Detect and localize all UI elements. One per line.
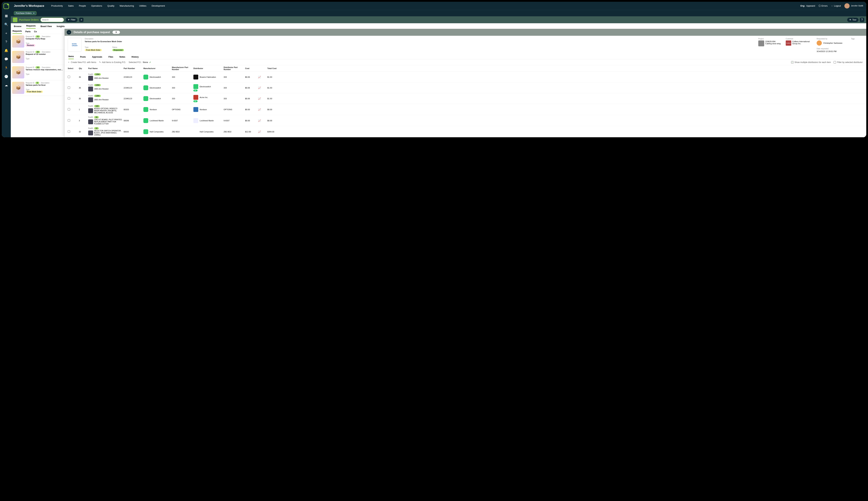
add-button[interactable]: ＋ xyxy=(79,18,84,22)
cell-total: $1.93 xyxy=(267,97,283,99)
detail-panel: → Details of purchase request 9 WORKORDE… xyxy=(65,29,866,137)
request-card[interactable]: 📦 Request ID 16 Description Various rest… xyxy=(11,65,64,81)
dist-logo-icon xyxy=(193,95,198,100)
add-icon[interactable]: ＋ xyxy=(4,31,8,35)
cell-cost: $0.00 xyxy=(245,108,257,110)
sidetab-co[interactable]: Co xyxy=(34,30,37,34)
tags-label: Tags xyxy=(851,38,863,40)
chart-icon[interactable]: 📈 xyxy=(258,97,267,100)
close-icon[interactable]: ✕ xyxy=(33,12,34,14)
cell-total: $1.93 xyxy=(267,76,283,78)
mfr-logo-icon xyxy=(144,129,148,134)
cell-mfr: Electroswitch xyxy=(150,76,161,78)
nav-link[interactable]: Development xyxy=(151,4,165,7)
errors-button[interactable]: ⓘ Errors xyxy=(818,4,827,8)
type-badge: From Work Order xyxy=(85,49,102,51)
detail-header: → Details of purchase request 9 xyxy=(65,29,866,36)
tour-button[interactable]: 👁Tour xyxy=(847,18,858,22)
module-header: 🛒 Purchase Orders 🔍 ▼Filter ＋ 👁Tour ? xyxy=(11,16,866,23)
request-type-badge: Restock xyxy=(26,44,35,46)
chart-icon[interactable]: 📈 xyxy=(258,76,267,78)
tab-insights[interactable]: Insights xyxy=(57,25,65,29)
edit-icon: ✎ xyxy=(99,61,101,64)
org-name[interactable]: Appward xyxy=(806,4,815,7)
row-checkbox[interactable] xyxy=(68,86,70,89)
app-rail: ▦ 🔍 ＋ ? 🔔 💬 🏃 🕘 ☁ xyxy=(2,2,11,137)
dtab-items[interactable]: Items xyxy=(68,55,74,59)
window-tab[interactable]: Purchase Orders ✕ xyxy=(14,11,36,15)
help-button[interactable]: ? xyxy=(860,18,864,22)
search-input[interactable]: 🔍 xyxy=(41,18,64,22)
chat-icon[interactable]: 💬 xyxy=(4,57,8,61)
nav-link[interactable]: People xyxy=(79,4,86,7)
nav-link[interactable]: Utilities xyxy=(139,4,146,7)
chart-icon[interactable]: 📈 xyxy=(258,119,267,122)
activity-icon[interactable]: 🏃 xyxy=(4,66,8,70)
chart-icon[interactable]: 📈 xyxy=(258,108,267,111)
cell-mfr: Nordson xyxy=(150,108,157,110)
nav-link[interactable]: Sales xyxy=(68,4,74,7)
add-items-button[interactable]: ✎Add Items to Existing P.O. xyxy=(99,61,126,64)
dtab-files[interactable]: Files xyxy=(108,56,113,59)
row-checkbox[interactable] xyxy=(68,76,70,78)
dtab-history[interactable]: History xyxy=(131,56,139,59)
cell-dpn: OPTIONS xyxy=(224,108,244,110)
search-icon[interactable]: 🔍 xyxy=(4,23,8,26)
cell-dist: Lockheed Martin xyxy=(200,119,214,122)
dtab-posts[interactable]: Posts xyxy=(80,56,86,59)
row-checkbox[interactable] xyxy=(68,108,70,110)
avatar[interactable] xyxy=(844,3,850,9)
external-link-icon[interactable]: ⇗ xyxy=(149,61,151,64)
bell-icon[interactable]: 🔔 xyxy=(4,49,8,52)
apps-icon[interactable]: ▦ xyxy=(4,14,8,18)
logout-button[interactable]: ← Logout xyxy=(831,4,841,7)
request-card[interactable]: 📦 Request ID 21 Description Computer Par… xyxy=(11,34,64,50)
request-card[interactable]: 📦 Request ID 9 Description Various parts… xyxy=(11,81,64,96)
row-checkbox[interactable] xyxy=(68,119,70,122)
table-header: Select Qty Part Name Part Number Manufac… xyxy=(65,65,866,72)
date-requested: 3/14/2023 12:28:01 PM xyxy=(817,50,848,52)
cell-part-name: 1800 ohm Resistor xyxy=(94,77,109,79)
request-card[interactable]: 📦 Request ID 20 Description Request of 1… xyxy=(11,50,64,65)
cell-mpn: 333 xyxy=(172,87,193,89)
row-checkbox[interactable] xyxy=(68,97,70,99)
app-logo[interactable] xyxy=(3,3,9,9)
row-checkbox[interactable] xyxy=(68,130,70,133)
tab-requests[interactable]: Requests xyxy=(26,25,35,29)
collapse-icon[interactable]: → xyxy=(67,30,71,34)
sidetab-parts[interactable]: Parts xyxy=(25,30,31,34)
dtab-notes[interactable]: Notes xyxy=(119,56,125,59)
alt-badge: Alt. xyxy=(193,100,198,102)
filter-button[interactable]: ▼Filter xyxy=(66,18,77,22)
status-badge: Requested xyxy=(112,49,124,51)
nav-link[interactable]: Operations xyxy=(91,4,102,7)
project-name: Cabling west wing xyxy=(765,43,781,45)
cart-icon: 🛒 xyxy=(13,18,17,22)
cell-qty: 35 xyxy=(79,97,87,99)
nav-link[interactable]: Manufacturing xyxy=(120,4,134,7)
tab-browse[interactable]: Browse xyxy=(14,25,21,29)
partid-badge: 320 xyxy=(94,105,100,107)
workspace-title: Jennifer's Workspace xyxy=(14,4,44,8)
part-thumb-icon xyxy=(88,87,93,92)
cloud-icon[interactable]: ☁ xyxy=(4,83,8,87)
help-icon[interactable]: ? xyxy=(4,40,8,44)
work-order-thumb: WORKORDER xyxy=(68,38,82,52)
nav-link[interactable]: Quality xyxy=(107,4,114,7)
cell-dist: Bowers Fabrication xyxy=(200,76,216,78)
create-po-button[interactable]: ＋Create New P.O. with Items xyxy=(68,61,96,64)
dtab-approvals[interactable]: Approvals xyxy=(92,56,102,59)
chart-icon[interactable]: 📈 xyxy=(258,86,267,89)
cell-cost: $12.00 xyxy=(245,131,257,133)
sidetab-requests[interactable]: Requests xyxy=(12,30,22,34)
chart-icon[interactable]: 📈 xyxy=(258,130,267,133)
filter-dist-checkbox[interactable]: Filter by selected distributor: xyxy=(834,61,863,64)
nav-link[interactable]: Productivity xyxy=(51,4,63,7)
cell-mfr: Lockheed Martin xyxy=(150,119,164,122)
cell-cost: $0.06 xyxy=(245,87,257,89)
clock-icon[interactable]: 🕘 xyxy=(4,75,8,78)
requests-sidepane: Requests Parts Co 📦 Request ID 21 Descri… xyxy=(11,29,65,137)
tab-board[interactable]: Board View xyxy=(41,25,52,29)
mfr-logo-icon xyxy=(144,85,148,90)
show-multi-checkbox[interactable]: Show multiple distributors for each item xyxy=(791,61,831,64)
